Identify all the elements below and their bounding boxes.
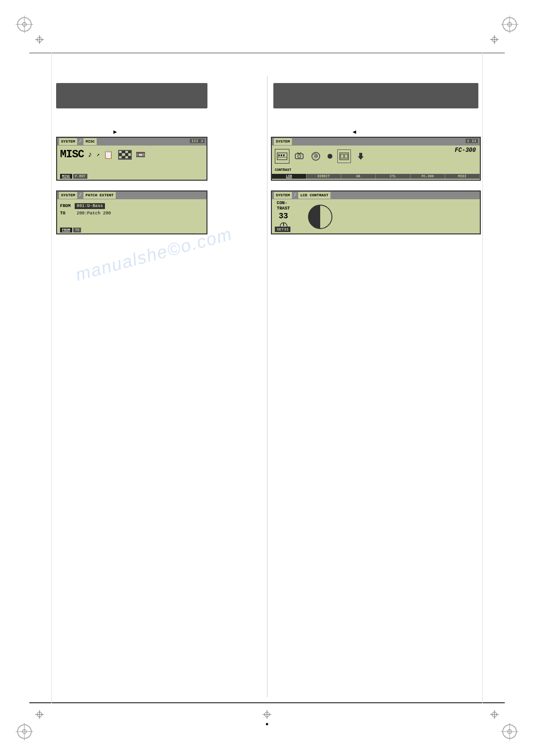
right-header-text bbox=[280, 92, 282, 99]
contrast-value: 33 bbox=[279, 212, 288, 221]
misc-pixel-block bbox=[118, 150, 132, 160]
system-tab-fc300[interactable]: FC-300 bbox=[411, 174, 445, 179]
svg-rect-34 bbox=[283, 154, 285, 156]
right-arrow-indicator: ◄ bbox=[351, 128, 357, 135]
contrast-title-bar: SYSTEM / LCD CONTRAST bbox=[272, 191, 480, 199]
patch-to-value: 200:Patch 200 bbox=[77, 211, 111, 216]
misc-icon-tape: 📼 bbox=[136, 150, 145, 160]
system-tab-ctl[interactable]: CTL bbox=[376, 174, 411, 179]
corner-mark-br bbox=[500, 722, 519, 741]
bottom-rule bbox=[29, 702, 505, 703]
misc-tab-misc[interactable]: MISC bbox=[60, 174, 72, 179]
center-divider bbox=[267, 76, 267, 697]
misc-bottom-tabs: MISC F.RST bbox=[60, 174, 87, 179]
corner-mark-bl bbox=[15, 722, 34, 741]
corner-mark-tl bbox=[15, 15, 34, 34]
right-section-header bbox=[273, 83, 478, 108]
patch-tab-from[interactable]: FROM bbox=[60, 228, 72, 232]
contrast-lcd-tab[interactable]: LCD CONTRAST bbox=[298, 192, 330, 199]
svg-point-42 bbox=[328, 154, 332, 159]
system-icon-download bbox=[354, 149, 368, 163]
reg-cross-bc bbox=[263, 710, 271, 721]
contrast-circle-display bbox=[306, 202, 335, 231]
system-title-bar: SYSTEM 1 II bbox=[272, 138, 480, 146]
svg-rect-44 bbox=[341, 154, 344, 158]
patch-bottom-tabs: FROM TO bbox=[60, 228, 81, 232]
system-page-indicator: 1 II bbox=[466, 139, 478, 143]
right-margin-line bbox=[482, 53, 483, 703]
patch-to-row: TO 200:Patch 200 bbox=[60, 211, 204, 216]
patch-from-value: 001:U-Bass bbox=[75, 203, 105, 209]
patch-system-tab[interactable]: SYSTEM bbox=[59, 192, 77, 199]
contrast-system-tab[interactable]: SYSTEM bbox=[274, 192, 292, 199]
misc-icon-note: ♪ bbox=[88, 150, 93, 159]
patch-screen-content: FROM 001:U-Bass TO 200:Patch 200 FROM TO bbox=[57, 199, 206, 233]
patch-from-label: FROM bbox=[60, 204, 75, 209]
patch-title-bar: SYSTEM / PATCH EXTENT bbox=[57, 191, 206, 199]
system-tab-gk[interactable]: GK bbox=[341, 174, 376, 179]
patch-extent-tab[interactable]: PATCH EXTENT bbox=[83, 192, 116, 199]
left-margin-line bbox=[51, 53, 52, 703]
contrast-set-bar: SET33 bbox=[275, 227, 290, 232]
misc-system-tab[interactable]: SYSTEM bbox=[59, 138, 77, 145]
screen-system: SYSTEM 1 II FC-300 bbox=[271, 137, 481, 181]
misc-large-text: MISC bbox=[60, 148, 84, 161]
system-icon-effects bbox=[309, 149, 323, 163]
screen-contrast: SYSTEM / LCD CONTRAST CON-TRAST 33 bbox=[271, 190, 481, 234]
system-system-tab[interactable]: SYSTEM bbox=[274, 138, 292, 145]
screen-patch: SYSTEM / PATCH EXTENT FROM 001:U-Bass TO… bbox=[56, 190, 207, 234]
system-tab-midi[interactable]: MIDI bbox=[445, 174, 480, 179]
left-header-text bbox=[63, 92, 65, 99]
fc300-label: FC-300 bbox=[455, 147, 476, 154]
top-rule bbox=[29, 53, 505, 53]
screen-misc: SYSTEM / MISC III 3 MISC ♪ ↗ 📋 📼 MISC F.… bbox=[56, 137, 207, 181]
reg-cross-tl bbox=[35, 35, 44, 46]
contrast-screen-content: CON-TRAST 33 SET33 bbox=[272, 199, 480, 233]
system-bottom-tabs: LCD DIRECT GK CTL FC-300 MIDI bbox=[272, 174, 480, 179]
system-screen-content: FC-300 bbox=[272, 146, 480, 180]
system-icon-row bbox=[275, 149, 477, 164]
misc-tab-frst[interactable]: F.RST bbox=[73, 174, 87, 179]
system-tab-lcd[interactable]: LCD bbox=[272, 174, 307, 179]
contrast-sublabel: CONTRAST bbox=[275, 168, 291, 172]
reg-cross-br bbox=[490, 710, 499, 721]
left-section-header bbox=[56, 83, 207, 108]
misc-title-bar: SYSTEM / MISC III 3 bbox=[57, 138, 206, 146]
patch-tab-to[interactable]: TO bbox=[73, 228, 81, 232]
patch-to-label: TO bbox=[60, 211, 75, 216]
misc-tab[interactable]: MISC bbox=[83, 138, 97, 145]
misc-screen-content: MISC ♪ ↗ 📋 📼 MISC F.RST bbox=[57, 146, 206, 180]
misc-icon-row: MISC ♪ ↗ 📋 📼 bbox=[60, 148, 204, 161]
system-tab-direct[interactable]: DIRECT bbox=[307, 174, 341, 179]
patch-from-row: FROM 001:U-Bass bbox=[60, 203, 204, 209]
contrast-con-label: CON-TRAST bbox=[277, 201, 290, 211]
svg-rect-45 bbox=[345, 154, 348, 158]
system-icon-cabinet bbox=[337, 149, 351, 163]
reg-cross-bl bbox=[35, 710, 44, 721]
misc-icon-book: 📋 bbox=[103, 150, 113, 160]
svg-point-37 bbox=[298, 155, 301, 158]
misc-icon-arrow-small: ↗ bbox=[96, 151, 100, 158]
left-arrow-indicator: ► bbox=[112, 128, 118, 135]
system-icon-pedal bbox=[292, 149, 306, 163]
corner-mark-tr bbox=[500, 15, 519, 34]
system-icon-keyboard bbox=[275, 149, 289, 164]
svg-rect-32 bbox=[278, 154, 280, 156]
system-icon-bullet bbox=[326, 152, 334, 161]
reg-cross-tr bbox=[490, 35, 499, 46]
svg-rect-33 bbox=[281, 154, 282, 156]
misc-page-indicator: III 3 bbox=[190, 139, 205, 143]
svg-rect-43 bbox=[340, 153, 349, 160]
bottom-page-number: ● bbox=[266, 721, 269, 727]
